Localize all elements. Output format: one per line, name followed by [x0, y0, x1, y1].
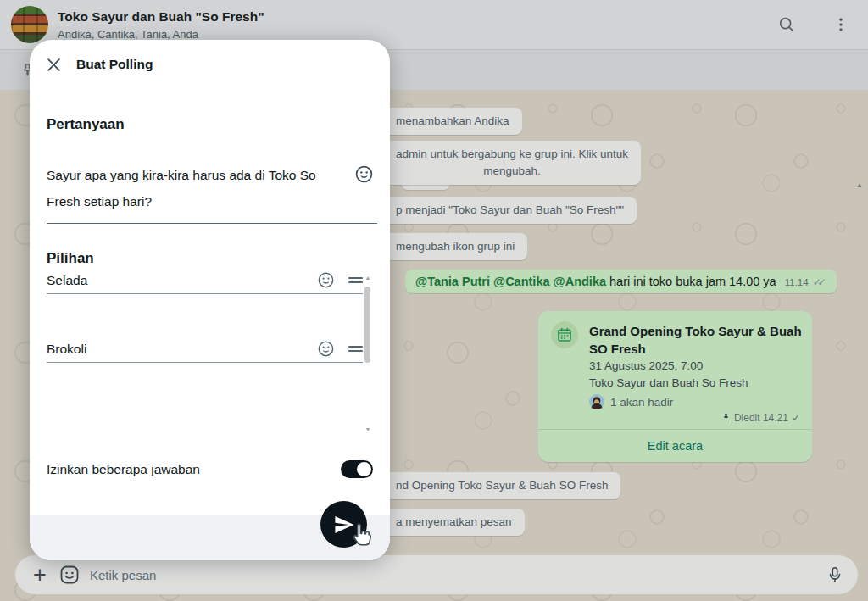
option-1-emoji-button[interactable]: [317, 271, 335, 289]
close-icon: [46, 57, 62, 73]
emoji-icon: [354, 164, 374, 184]
whatsapp-window: Toko Sayur dan Buah "So Fresh" Andika, C…: [0, 0, 868, 601]
allow-multiple-row: Izinkan beberapa jawaban: [47, 460, 373, 478]
option-input-1[interactable]: [47, 273, 317, 288]
drag-handle-icon[interactable]: [348, 275, 363, 286]
drag-handle-icon[interactable]: [348, 343, 363, 354]
question-field: Sayur apa yang kira-kira harus ada di To…: [47, 157, 377, 224]
poll-option-row: [47, 267, 363, 294]
option-2-emoji-button[interactable]: [317, 340, 335, 358]
question-label: Pertanyaan: [47, 116, 125, 133]
poll-option-row: [47, 336, 363, 363]
cursor-pointer-icon: [350, 521, 376, 550]
question-emoji-button[interactable]: [354, 164, 374, 184]
close-button[interactable]: [43, 54, 64, 75]
options-label: Pilihan: [47, 250, 94, 267]
toggle-knob: [357, 462, 371, 476]
options-scroll-down-icon[interactable]: ▼: [364, 426, 372, 432]
question-input[interactable]: Sayur apa yang kira-kira harus ada di To…: [47, 162, 345, 214]
emoji-icon: [317, 340, 335, 358]
emoji-icon: [317, 271, 335, 289]
create-poll-dialog: Buat Polling Pertanyaan Sayur apa yang k…: [30, 40, 390, 560]
dialog-title: Buat Polling: [76, 57, 153, 72]
options-scrollbar-thumb[interactable]: [364, 287, 370, 363]
allow-multiple-label: Izinkan beberapa jawaban: [47, 462, 200, 477]
options-scroll-up-icon[interactable]: ▲: [364, 275, 372, 281]
allow-multiple-toggle[interactable]: [341, 460, 373, 478]
option-input-2[interactable]: [47, 342, 317, 357]
